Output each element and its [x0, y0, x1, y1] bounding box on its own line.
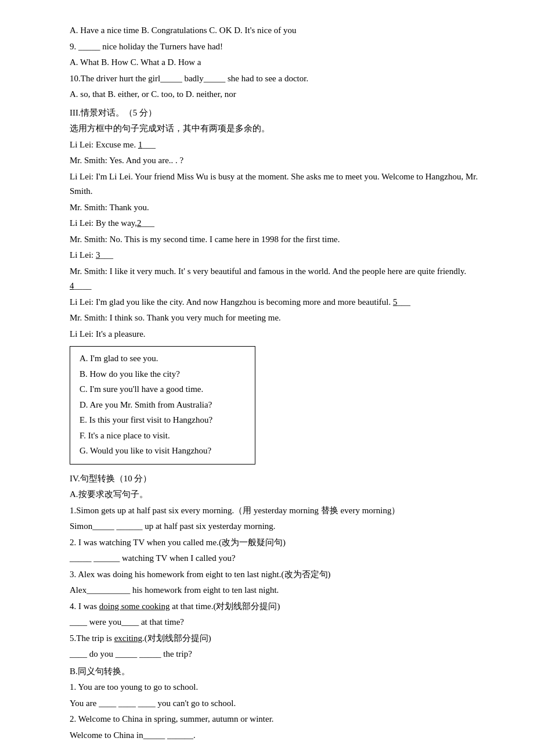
q4-4-text: 4. I was doing some cooking at that time… — [70, 599, 488, 614]
dialog-line-8: Mr. Smith: I like it very much. It' s ve… — [70, 264, 488, 294]
section4-sub: A.按要求改写句子。 — [70, 487, 488, 502]
section4-title: IV.句型转换（10 分） — [70, 471, 488, 487]
dialog-line-1: Li Lei: Excuse me. 1___ — [70, 138, 488, 153]
main-content: A. Have a nice time B. Congratulations C… — [70, 23, 488, 743]
dialog-line-2: Mr. Smith: Yes. And you are.. . ? — [70, 153, 488, 168]
dialog-line-3: Li Lei: I'm Li Lei. Your friend Miss Wu … — [70, 170, 488, 199]
box-option-f: F. It's a nice place to visit. — [80, 429, 246, 444]
answer-box: A. I'm glad to see you. B. How do you li… — [70, 346, 255, 465]
section3-title: III.情景对话。（5 分） — [70, 106, 488, 121]
q4-1-text: 1.Simon gets up at half past six every m… — [70, 503, 488, 519]
q4-b1-answer: You are ____ ____ ____ you can't go to s… — [70, 696, 488, 711]
dialog-line-4: Mr. Smith: Thank you. — [70, 200, 488, 215]
q4-b2-answer: Welcome to China in_____ ______. — [70, 728, 488, 743]
dialog-line-11: Li Lei: It's a pleasure. — [70, 327, 488, 342]
box-option-b: B. How do you like the city? — [80, 367, 246, 382]
q4-3-text: 3. Alex was doing his homework from eigh… — [70, 567, 488, 582]
box-option-a: A. I'm glad to see you. — [80, 351, 246, 366]
box-option-d: D. Are you Mr. Smith from Australia? — [80, 398, 246, 413]
dialog-line-6: Mr. Smith: No. This is my second time. I… — [70, 232, 488, 247]
q4-b2-text: 2. Welcome to China in spring, summer, a… — [70, 712, 488, 727]
dialog-line-5: Li Lei: By the way,2___ — [70, 216, 488, 231]
line-a: A. Have a nice time B. Congratulations C… — [70, 23, 488, 38]
dialog-line-7: Li Lei: 3___ — [70, 248, 488, 263]
q4-4-answer: ____ were you____ at that time? — [70, 615, 488, 630]
q4-b1-text: 1. You are too young to go to school. — [70, 680, 488, 695]
box-option-g: G. Would you like to visit Hangzhou? — [80, 444, 246, 459]
question-9-options: A. What B. How C. What a D. How a — [70, 55, 488, 70]
dialog-container: Li Lei: Excuse me. 1___ Mr. Smith: Yes. … — [70, 138, 488, 342]
question-9: 9. _____ nice holiday the Turners have h… — [70, 39, 488, 55]
dialog-line-9: Li Lei: I'm glad you like the city. And … — [70, 295, 488, 310]
question-10-options: A. so, that B. either, or C. too, to D. … — [70, 87, 488, 102]
q4-5-answer: ____ do you _____ _____ the trip? — [70, 647, 488, 662]
q4-3-answer: Alex__________ his homework from eight t… — [70, 583, 488, 598]
section3-instruction: 选用方框中的句子完成对话，其中有两项是多余的。 — [70, 121, 488, 136]
q4-5-text: 5.The trip is exciting.(对划线部分提问) — [70, 631, 488, 646]
q4-2-text: 2. I was watching TV when you called me.… — [70, 535, 488, 550]
q4-1-answer: Simon_____ ______ up at half past six ye… — [70, 519, 488, 534]
dialog-line-10: Mr. Smith: I think so. Thank you very mu… — [70, 311, 488, 326]
section4-sub2: B.同义句转换。 — [70, 664, 488, 679]
box-option-c: C. I'm sure you'll have a good time. — [80, 382, 246, 397]
question-10: 10.The driver hurt the girl_____ badly__… — [70, 71, 488, 87]
q4-2-answer: _____ ______ watching TV when I called y… — [70, 551, 488, 566]
box-option-e: E. Is this your first visit to Hangzhou? — [80, 413, 246, 428]
